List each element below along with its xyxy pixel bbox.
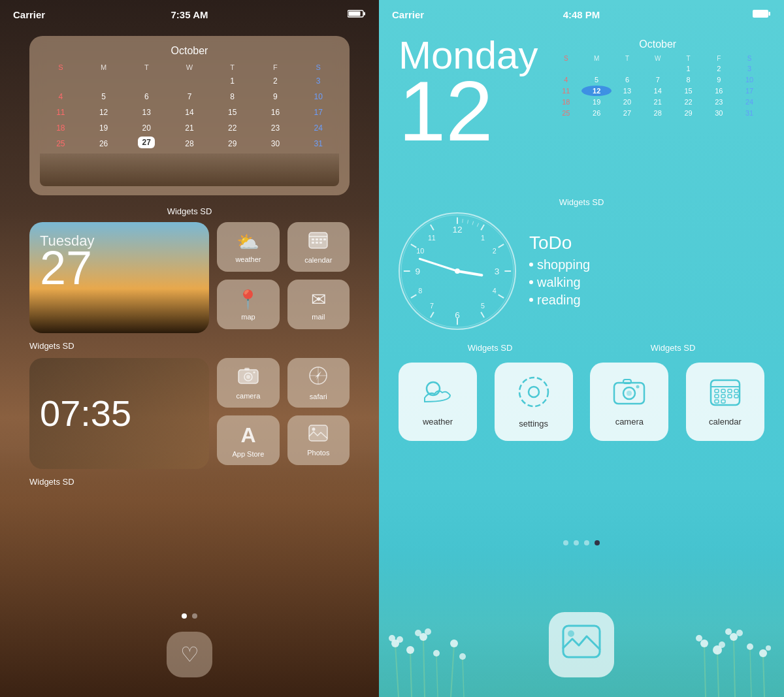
- day-widget[interactable]: Tuesday 27: [29, 222, 209, 333]
- widgets-sd-row: Widgets SD Widgets SD: [399, 343, 764, 353]
- camera-app-right[interactable]: camera: [590, 363, 668, 441]
- cal-cell: [182, 74, 197, 88]
- svg-rect-69: [728, 389, 732, 393]
- calendar-icon: [308, 231, 328, 253]
- map-app-icon[interactable]: 📍 map: [217, 280, 279, 329]
- svg-point-100: [730, 633, 738, 641]
- cal-cell: 5: [97, 89, 111, 104]
- svg-line-27: [481, 225, 484, 230]
- svg-point-107: [766, 645, 771, 651]
- svg-rect-24: [769, 12, 771, 16]
- todo-item-reading: reading: [529, 293, 764, 308]
- cal-cell: 13: [139, 105, 154, 120]
- svg-point-95: [696, 635, 702, 641]
- cal-grid-left: S M T W T F S 1 2 3 4 5 6 7 8 9 10 11 12: [40, 62, 339, 151]
- svg-text:10: 10: [416, 247, 424, 255]
- svg-line-34: [411, 295, 416, 298]
- r-cell: 6: [612, 74, 642, 85]
- calendar-mini-right[interactable]: October S M T W T F S 1 2 3 4 5 6 7 8: [551, 36, 764, 118]
- r-cell: 25: [551, 108, 581, 118]
- todo-item-label: shopping: [537, 257, 590, 272]
- cal-cell: 23: [268, 121, 282, 135]
- r-cell: 30: [704, 108, 734, 118]
- heart-icon: ♡: [180, 642, 199, 667]
- todo-bullet-3: [529, 298, 533, 302]
- svg-point-101: [725, 628, 732, 635]
- weather-app-right[interactable]: weather: [399, 363, 477, 441]
- svg-point-62: [627, 391, 632, 396]
- cal-cell: 28: [182, 137, 197, 151]
- svg-point-92: [459, 653, 466, 660]
- r-cell: 24: [734, 97, 764, 107]
- calendar-label-right: calendar: [709, 417, 742, 427]
- camera-app-icon[interactable]: camera: [217, 358, 279, 408]
- svg-point-64: [636, 385, 640, 388]
- calendar-app-icon[interactable]: calendar: [287, 222, 350, 272]
- photos-app-icon[interactable]: Photos: [287, 415, 350, 465]
- phone-right: Carrier 4:48 PM Monday 12 October S M T …: [379, 0, 784, 697]
- svg-line-96: [717, 651, 719, 697]
- r-cell: 14: [643, 86, 673, 96]
- r-cell: 21: [643, 97, 673, 107]
- svg-text:7: 7: [430, 302, 434, 310]
- calendar-app-right[interactable]: calendar: [686, 363, 764, 441]
- r-cell: 20: [612, 97, 642, 107]
- r-cell: 1: [674, 63, 704, 74]
- camera-label: camera: [237, 392, 261, 400]
- cal-header-thu: T: [212, 62, 253, 73]
- dock-right[interactable]: [549, 612, 614, 677]
- svg-line-55: [419, 259, 457, 271]
- r-cell: 22: [674, 97, 704, 107]
- clock-widget-left[interactable]: 07:35: [29, 358, 209, 469]
- cal-cell: 15: [225, 105, 240, 120]
- cal-cell: 2: [268, 74, 282, 88]
- mail-app-icon[interactable]: ✉ mail: [287, 280, 350, 329]
- r-cell: 2: [704, 63, 734, 74]
- day-name: Tuesday: [40, 233, 199, 250]
- svg-line-89: [451, 645, 454, 697]
- settings-icon-right: [517, 376, 550, 415]
- settings-app-right[interactable]: settings: [495, 363, 573, 441]
- svg-rect-1: [364, 12, 366, 15]
- svg-rect-9: [316, 242, 318, 244]
- svg-rect-74: [734, 395, 738, 398]
- cal-cell: 12: [97, 105, 111, 120]
- svg-line-91: [463, 658, 464, 697]
- svg-text:3: 3: [495, 267, 500, 276]
- svg-line-33: [431, 312, 434, 317]
- svg-point-86: [425, 628, 431, 635]
- cal-header-sun: S: [40, 62, 82, 73]
- svg-text:11: 11: [428, 234, 436, 242]
- safari-app-icon[interactable]: safari: [287, 358, 350, 408]
- weather-app-icon[interactable]: ⛅ weather: [217, 222, 279, 272]
- svg-line-99: [734, 638, 735, 697]
- r-cell: 27: [612, 108, 642, 118]
- svg-point-14: [246, 375, 250, 379]
- settings-label-right: settings: [519, 419, 548, 429]
- calendar-widget-left[interactable]: October S M T W T F S 1 2 3 4 5 6 7 8 9 …: [29, 36, 350, 195]
- h-w: W: [643, 54, 673, 63]
- svg-rect-15: [244, 368, 250, 370]
- svg-line-41: [477, 223, 478, 227]
- map-label: map: [241, 313, 255, 321]
- apps-grid-middle: ⛅ weather cal: [217, 222, 350, 329]
- r-cell-today: 12: [581, 86, 612, 96]
- r-cell: 23: [704, 97, 734, 107]
- svg-rect-76: [721, 400, 725, 403]
- svg-rect-63: [623, 380, 631, 383]
- dock-left[interactable]: ♡: [167, 632, 212, 677]
- status-bar-right: Carrier 4:48 PM: [379, 0, 784, 29]
- carrier-left: Carrier: [13, 9, 45, 20]
- appstore-app-icon[interactable]: A App Store: [217, 415, 279, 465]
- status-bar-left: Carrier 7:35 AM: [0, 0, 379, 29]
- weather-icon-right: [421, 377, 454, 413]
- svg-line-31: [481, 312, 484, 317]
- cal-cell: [139, 74, 154, 88]
- svg-line-93: [704, 645, 706, 697]
- photos-dock-icon: [562, 624, 601, 665]
- analog-clock[interactable]: 12 3 6 9 1 2 11 10 4 5 7 8: [399, 212, 516, 330]
- r-cell: 4: [551, 74, 581, 85]
- cal-cell: [97, 74, 111, 88]
- page-dots-right: [563, 540, 600, 545]
- svg-line-30: [498, 295, 504, 298]
